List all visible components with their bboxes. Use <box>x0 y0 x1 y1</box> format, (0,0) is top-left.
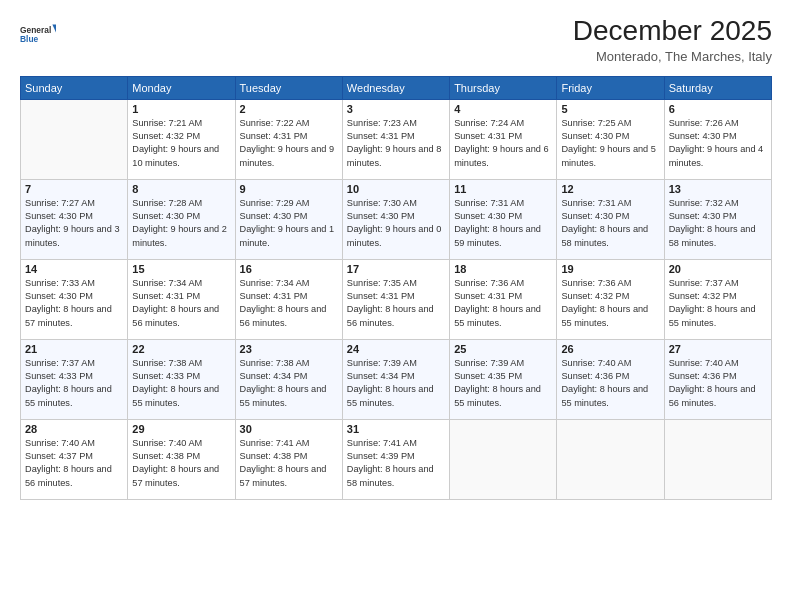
dow-header: Thursday <box>450 76 557 99</box>
day-info: Sunrise: 7:28 AMSunset: 4:30 PMDaylight:… <box>132 197 230 250</box>
calendar-cell: 5 Sunrise: 7:25 AMSunset: 4:30 PMDayligh… <box>557 99 664 179</box>
day-info: Sunrise: 7:32 AMSunset: 4:30 PMDaylight:… <box>669 197 767 250</box>
calendar-cell: 23 Sunrise: 7:38 AMSunset: 4:34 PMDaylig… <box>235 339 342 419</box>
month-title: December 2025 <box>573 16 772 47</box>
calendar-cell: 12 Sunrise: 7:31 AMSunset: 4:30 PMDaylig… <box>557 179 664 259</box>
day-info: Sunrise: 7:26 AMSunset: 4:30 PMDaylight:… <box>669 117 767 170</box>
logo-svg: General Blue <box>20 16 56 52</box>
day-number: 7 <box>25 183 123 195</box>
day-info: Sunrise: 7:29 AMSunset: 4:30 PMDaylight:… <box>240 197 338 250</box>
day-info: Sunrise: 7:22 AMSunset: 4:31 PMDaylight:… <box>240 117 338 170</box>
day-info: Sunrise: 7:30 AMSunset: 4:30 PMDaylight:… <box>347 197 445 250</box>
calendar-week: 14 Sunrise: 7:33 AMSunset: 4:30 PMDaylig… <box>21 259 772 339</box>
dow-header: Wednesday <box>342 76 449 99</box>
calendar-body: 1 Sunrise: 7:21 AMSunset: 4:32 PMDayligh… <box>21 99 772 499</box>
calendar-cell: 18 Sunrise: 7:36 AMSunset: 4:31 PMDaylig… <box>450 259 557 339</box>
logo: General Blue <box>20 16 56 52</box>
calendar-cell: 1 Sunrise: 7:21 AMSunset: 4:32 PMDayligh… <box>128 99 235 179</box>
day-number: 2 <box>240 103 338 115</box>
day-info: Sunrise: 7:21 AMSunset: 4:32 PMDaylight:… <box>132 117 230 170</box>
day-info: Sunrise: 7:25 AMSunset: 4:30 PMDaylight:… <box>561 117 659 170</box>
calendar-cell: 3 Sunrise: 7:23 AMSunset: 4:31 PMDayligh… <box>342 99 449 179</box>
days-of-week-row: SundayMondayTuesdayWednesdayThursdayFrid… <box>21 76 772 99</box>
day-info: Sunrise: 7:39 AMSunset: 4:34 PMDaylight:… <box>347 357 445 410</box>
day-info: Sunrise: 7:39 AMSunset: 4:35 PMDaylight:… <box>454 357 552 410</box>
title-section: December 2025 Monterado, The Marches, It… <box>573 16 772 64</box>
day-number: 12 <box>561 183 659 195</box>
calendar-cell: 31 Sunrise: 7:41 AMSunset: 4:39 PMDaylig… <box>342 419 449 499</box>
day-number: 17 <box>347 263 445 275</box>
day-number: 14 <box>25 263 123 275</box>
day-number: 31 <box>347 423 445 435</box>
day-number: 6 <box>669 103 767 115</box>
day-info: Sunrise: 7:31 AMSunset: 4:30 PMDaylight:… <box>561 197 659 250</box>
calendar-cell: 7 Sunrise: 7:27 AMSunset: 4:30 PMDayligh… <box>21 179 128 259</box>
day-info: Sunrise: 7:40 AMSunset: 4:37 PMDaylight:… <box>25 437 123 490</box>
day-number: 20 <box>669 263 767 275</box>
svg-text:Blue: Blue <box>20 34 39 44</box>
calendar-cell: 24 Sunrise: 7:39 AMSunset: 4:34 PMDaylig… <box>342 339 449 419</box>
dow-header: Saturday <box>664 76 771 99</box>
day-number: 29 <box>132 423 230 435</box>
day-info: Sunrise: 7:37 AMSunset: 4:33 PMDaylight:… <box>25 357 123 410</box>
calendar-cell: 17 Sunrise: 7:35 AMSunset: 4:31 PMDaylig… <box>342 259 449 339</box>
day-info: Sunrise: 7:34 AMSunset: 4:31 PMDaylight:… <box>240 277 338 330</box>
calendar-cell: 11 Sunrise: 7:31 AMSunset: 4:30 PMDaylig… <box>450 179 557 259</box>
calendar-cell: 19 Sunrise: 7:36 AMSunset: 4:32 PMDaylig… <box>557 259 664 339</box>
day-number: 22 <box>132 343 230 355</box>
svg-marker-2 <box>52 24 56 35</box>
calendar-cell: 29 Sunrise: 7:40 AMSunset: 4:38 PMDaylig… <box>128 419 235 499</box>
day-number: 4 <box>454 103 552 115</box>
calendar: SundayMondayTuesdayWednesdayThursdayFrid… <box>20 76 772 500</box>
calendar-cell: 20 Sunrise: 7:37 AMSunset: 4:32 PMDaylig… <box>664 259 771 339</box>
calendar-cell: 15 Sunrise: 7:34 AMSunset: 4:31 PMDaylig… <box>128 259 235 339</box>
day-number: 19 <box>561 263 659 275</box>
day-number: 23 <box>240 343 338 355</box>
calendar-cell: 27 Sunrise: 7:40 AMSunset: 4:36 PMDaylig… <box>664 339 771 419</box>
day-number: 18 <box>454 263 552 275</box>
calendar-week: 1 Sunrise: 7:21 AMSunset: 4:32 PMDayligh… <box>21 99 772 179</box>
calendar-cell <box>21 99 128 179</box>
day-info: Sunrise: 7:40 AMSunset: 4:38 PMDaylight:… <box>132 437 230 490</box>
day-info: Sunrise: 7:23 AMSunset: 4:31 PMDaylight:… <box>347 117 445 170</box>
day-number: 10 <box>347 183 445 195</box>
calendar-cell: 22 Sunrise: 7:38 AMSunset: 4:33 PMDaylig… <box>128 339 235 419</box>
calendar-cell: 9 Sunrise: 7:29 AMSunset: 4:30 PMDayligh… <box>235 179 342 259</box>
day-number: 26 <box>561 343 659 355</box>
calendar-cell: 26 Sunrise: 7:40 AMSunset: 4:36 PMDaylig… <box>557 339 664 419</box>
dow-header: Monday <box>128 76 235 99</box>
day-info: Sunrise: 7:27 AMSunset: 4:30 PMDaylight:… <box>25 197 123 250</box>
dow-header: Friday <box>557 76 664 99</box>
day-info: Sunrise: 7:37 AMSunset: 4:32 PMDaylight:… <box>669 277 767 330</box>
day-info: Sunrise: 7:31 AMSunset: 4:30 PMDaylight:… <box>454 197 552 250</box>
calendar-week: 7 Sunrise: 7:27 AMSunset: 4:30 PMDayligh… <box>21 179 772 259</box>
day-number: 5 <box>561 103 659 115</box>
day-number: 9 <box>240 183 338 195</box>
location: Monterado, The Marches, Italy <box>573 49 772 64</box>
dow-header: Sunday <box>21 76 128 99</box>
calendar-cell: 21 Sunrise: 7:37 AMSunset: 4:33 PMDaylig… <box>21 339 128 419</box>
calendar-cell: 25 Sunrise: 7:39 AMSunset: 4:35 PMDaylig… <box>450 339 557 419</box>
calendar-week: 28 Sunrise: 7:40 AMSunset: 4:37 PMDaylig… <box>21 419 772 499</box>
day-number: 11 <box>454 183 552 195</box>
day-number: 8 <box>132 183 230 195</box>
day-number: 24 <box>347 343 445 355</box>
svg-text:General: General <box>20 25 51 35</box>
calendar-cell: 4 Sunrise: 7:24 AMSunset: 4:31 PMDayligh… <box>450 99 557 179</box>
day-number: 3 <box>347 103 445 115</box>
calendar-cell: 10 Sunrise: 7:30 AMSunset: 4:30 PMDaylig… <box>342 179 449 259</box>
calendar-cell: 6 Sunrise: 7:26 AMSunset: 4:30 PMDayligh… <box>664 99 771 179</box>
day-number: 13 <box>669 183 767 195</box>
calendar-week: 21 Sunrise: 7:37 AMSunset: 4:33 PMDaylig… <box>21 339 772 419</box>
day-number: 30 <box>240 423 338 435</box>
calendar-cell: 2 Sunrise: 7:22 AMSunset: 4:31 PMDayligh… <box>235 99 342 179</box>
calendar-cell <box>450 419 557 499</box>
day-number: 27 <box>669 343 767 355</box>
calendar-cell: 14 Sunrise: 7:33 AMSunset: 4:30 PMDaylig… <box>21 259 128 339</box>
day-number: 16 <box>240 263 338 275</box>
day-info: Sunrise: 7:34 AMSunset: 4:31 PMDaylight:… <box>132 277 230 330</box>
day-number: 15 <box>132 263 230 275</box>
page: General Blue December 2025 Monterado, Th… <box>0 0 792 612</box>
day-info: Sunrise: 7:40 AMSunset: 4:36 PMDaylight:… <box>561 357 659 410</box>
day-info: Sunrise: 7:38 AMSunset: 4:33 PMDaylight:… <box>132 357 230 410</box>
